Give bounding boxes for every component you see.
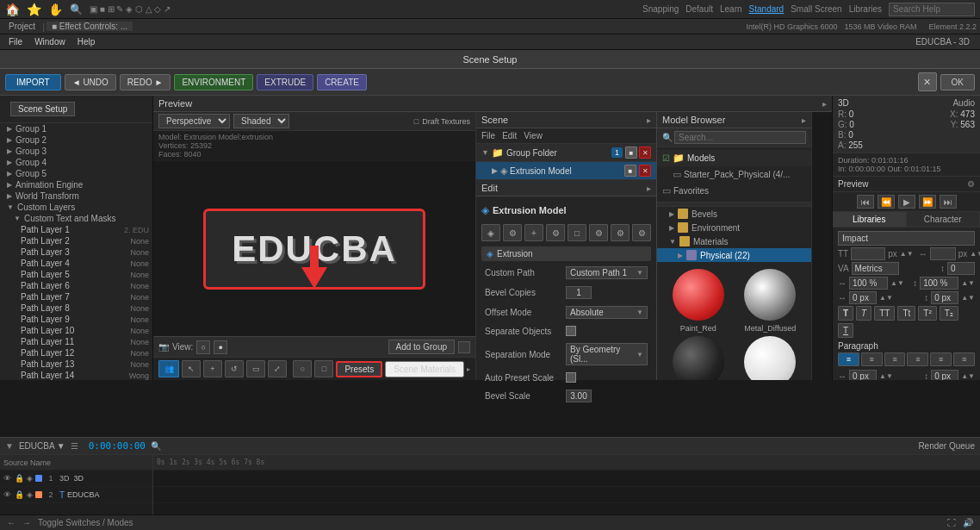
align-justify-btn[interactable]: ≡ <box>907 352 928 366</box>
close-button[interactable]: ✕ <box>918 72 937 91</box>
vis-icon-3d[interactable]: 👁 <box>3 474 12 483</box>
create-button[interactable]: CREATE <box>317 74 367 90</box>
align-distribute-btn[interactable]: ≡ <box>953 352 975 366</box>
path-layer-1[interactable]: Path Layer 12. EDU <box>0 224 152 235</box>
font-family-input[interactable]: Impact <box>838 231 975 246</box>
nav-icon-2[interactable]: → <box>22 518 31 527</box>
auto-preset-checkbox[interactable] <box>566 372 576 383</box>
scale-v-input[interactable] <box>920 277 958 290</box>
zoom-icon[interactable]: ⛶ <box>947 518 956 527</box>
edit-expand-icon[interactable]: ▸ <box>647 184 651 193</box>
star-icon[interactable]: ⭐ <box>27 3 41 16</box>
lock-icon-educba[interactable]: 🔒 <box>15 490 24 499</box>
small-caps-btn[interactable]: Tt <box>897 306 915 321</box>
animation-engine-item[interactable]: ▶Animation Engine <box>0 179 152 190</box>
underline-btn[interactable]: T <box>838 323 853 338</box>
align-center-btn[interactable]: ≡ <box>861 352 883 366</box>
character-tab[interactable]: Character <box>907 212 981 227</box>
edit-tool-4[interactable]: ⚙ <box>546 224 565 241</box>
shaded-select[interactable]: Shaded <box>233 114 289 128</box>
scene-view-menu[interactable]: View <box>524 131 543 140</box>
timeline-expand-icon[interactable]: ▼ <box>5 441 14 451</box>
group-2-item[interactable]: ▶Group 2 <box>0 134 152 146</box>
path-layer-7[interactable]: Path Layer 7None <box>0 291 152 302</box>
edit-tool-3[interactable]: + <box>524 224 543 241</box>
search-icon[interactable]: 🔍 <box>70 3 83 16</box>
lock-icon-3d[interactable]: 🔒 <box>15 474 24 483</box>
import-button[interactable]: IMPORT <box>5 74 61 90</box>
select-obj-btn[interactable]: ↖ <box>182 360 201 377</box>
undo-button[interactable]: ◄ UNDO <box>65 74 116 90</box>
move-btn[interactable]: ⤢ <box>268 360 287 377</box>
indent-v-input[interactable] <box>931 370 958 380</box>
playback-next-btn[interactable]: ⏩ <box>919 195 936 209</box>
timeline-layer-educba[interactable]: 👁 🔒 ◈ 2 T EDUCBA <box>0 487 152 503</box>
path-layer-14[interactable]: Path Layer 14Wong <box>0 370 152 380</box>
group-4-item[interactable]: ▶Group 4 <box>0 157 152 168</box>
add-to-group-button[interactable]: Add to Group <box>388 340 455 354</box>
timeline-menu-icon[interactable]: ☰ <box>71 441 78 451</box>
add-to-group-toggle[interactable] <box>458 341 470 353</box>
custom-path-select[interactable]: Custom Path 1 ▼ <box>566 266 648 279</box>
scale-h-stepper[interactable]: ▲▼ <box>890 279 904 287</box>
custom-text-masks-item[interactable]: ▼Custom Text and Masks <box>0 213 152 224</box>
white-material-item[interactable]: White_Material <box>736 336 805 380</box>
offset-mode-select[interactable]: Absolute ▼ <box>566 306 648 319</box>
vis-icon-educba[interactable]: 👁 <box>3 490 12 499</box>
scale-v-stepper[interactable]: ▲▼ <box>961 279 975 287</box>
path-layer-8[interactable]: Path Layer 8None <box>0 302 152 314</box>
path-layer-6[interactable]: Path Layer 6None <box>0 280 152 291</box>
extrude-button[interactable]: EXTRUDE <box>257 74 313 90</box>
group-expand-icon[interactable]: ▼ <box>481 148 489 157</box>
model-browser-expand[interactable]: ▸ <box>802 115 806 125</box>
tracking-stepper[interactable]: ▲▼ <box>970 250 980 258</box>
align-justify-last-btn[interactable]: ≡ <box>930 352 952 366</box>
playback-last-btn[interactable]: ⏭ <box>940 195 957 209</box>
view-toggle-2[interactable]: ● <box>214 340 227 354</box>
scene-expand-icon[interactable]: ▸ <box>647 115 651 125</box>
metrics-select[interactable]: Metrics <box>852 262 899 275</box>
render-queue-label[interactable]: Render Queue <box>918 441 975 451</box>
tracking-input[interactable] <box>930 247 956 260</box>
separate-objects-checkbox[interactable] <box>566 326 576 336</box>
dark-material-item[interactable]: Dark_Material <box>664 336 733 380</box>
px-v-input[interactable] <box>931 291 958 304</box>
edit-tool-7[interactable]: ⚙ <box>611 224 630 241</box>
indent-h-input[interactable] <box>849 370 877 380</box>
group-5-item[interactable]: ▶Group 5 <box>0 168 152 179</box>
extrusion-delete-btn[interactable]: ✕ <box>639 165 651 177</box>
scene-setup-button[interactable]: Scene Setup <box>10 102 75 116</box>
ok-button[interactable]: OK <box>940 74 975 90</box>
group-toggle-btn[interactable]: ■ <box>625 147 637 159</box>
menu-help[interactable]: Help <box>72 37 101 47</box>
edit-extrusion-header[interactable]: ◈ Extrusion <box>481 246 651 261</box>
baseline-input[interactable] <box>947 262 975 275</box>
path-layer-12[interactable]: Path Layer 12None <box>0 347 152 359</box>
align-left-btn[interactable]: ≡ <box>838 352 859 366</box>
search-input[interactable] <box>889 3 975 16</box>
align-right-btn[interactable]: ≡ <box>884 352 906 366</box>
edit-tool-6[interactable]: ⚙ <box>589 224 608 241</box>
group-3-item[interactable]: ▶Group 3 <box>0 146 152 157</box>
indent-h-stepper[interactable]: ▲▼ <box>879 372 893 380</box>
refresh-btn[interactable]: ↺ <box>225 360 244 377</box>
view-toggle-1[interactable]: ○ <box>196 340 210 354</box>
sub-btn[interactable]: T₂ <box>940 306 958 321</box>
metal-diffused-item[interactable]: Metal_Diffused <box>736 269 805 333</box>
path-layer-2[interactable]: Path Layer 2None <box>0 235 152 246</box>
path-layer-9[interactable]: Path Layer 9None <box>0 314 152 325</box>
scene-file-menu[interactable]: File <box>481 131 495 140</box>
rect-btn[interactable]: ▭ <box>246 360 265 377</box>
path-layer-13[interactable]: Path Layer 13None <box>0 359 152 370</box>
group-delete-btn[interactable]: ✕ <box>639 147 651 159</box>
redo-button[interactable]: REDO ► <box>120 74 171 90</box>
path-layer-11[interactable]: Path Layer 11None <box>0 336 152 347</box>
timeline-layer-3d[interactable]: 👁 🔒 ◈ 1 3D 3D <box>0 471 152 487</box>
bold-btn[interactable]: T <box>838 306 853 321</box>
playback-play-btn[interactable]: ▶ <box>898 195 915 209</box>
nav-icon-1[interactable]: ← <box>7 518 16 527</box>
environment-button[interactable]: ENVIRONMENT <box>174 74 253 90</box>
environment-item[interactable]: ▶ Environment <box>657 221 811 234</box>
path-layer-3[interactable]: Path Layer 3None <box>0 246 152 258</box>
scene-materials-button[interactable]: Scene Materials <box>385 361 464 377</box>
